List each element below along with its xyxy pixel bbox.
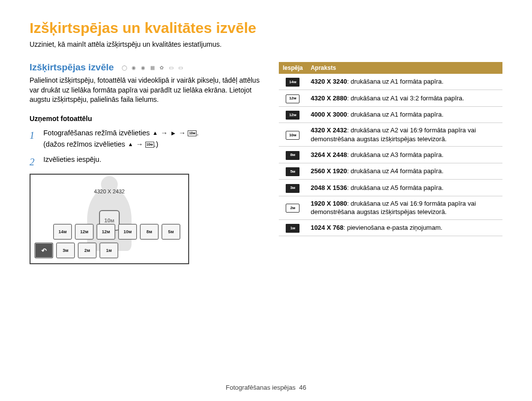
resolution-description: 4320 X 2880: drukāšana uz A1 vai 3:2 for…: [307, 90, 502, 106]
resolution-description: 1920 X 1080: drukāšana uz A5 vai 16:9 fo…: [307, 196, 502, 219]
step-number: 1: [30, 127, 38, 150]
resolution-description: 4000 X 3000: drukāšana uz A1 formāta pap…: [307, 106, 502, 123]
lcd-option-row-1: 14м 12м 12м 10м 8м 5м: [34, 224, 184, 240]
resolution-badge-icon: 5м: [286, 167, 299, 176]
resolution-description: 4320 X 3240: drukāšana uz A1 formāta pap…: [307, 74, 502, 90]
step-text: Fotografēšanas režīmā izvēlieties: [43, 129, 150, 137]
footer-text: Fotografēšanas iespējas: [226, 384, 296, 391]
lcd-option-row-2: ↶ 3м 2м 1м: [34, 243, 184, 258]
table-row: 5м2560 X 1920: drukāšana uz A4 formāta p…: [279, 163, 502, 179]
resolution-badge-icon: 3м: [286, 184, 299, 193]
lcd-option[interactable]: 12м: [97, 224, 115, 240]
lcd-option[interactable]: 5м: [162, 224, 180, 240]
mode-icon: ▭: [177, 64, 184, 71]
lcd-option[interactable]: 3м: [56, 243, 75, 258]
resolution-description: 3264 X 2448: drukāšana uz A3 formāta pap…: [307, 147, 502, 163]
resolution-badge-cell: 14м: [279, 74, 307, 90]
page-footer: Fotografēšanas iespējas 46: [0, 384, 532, 391]
lcd-option[interactable]: 12м: [75, 224, 94, 240]
resolution-badge-cell: 3м: [279, 180, 307, 196]
step-2: 2 Izvēlieties iespēju.: [30, 154, 261, 170]
resolution-description: 1024 X 768: pievienošana e-pasta ziņojum…: [307, 219, 502, 236]
step-number: 2: [30, 154, 38, 170]
up-icon: [127, 141, 134, 148]
table-header-description: Apraksts: [307, 62, 502, 74]
resolution-badge-cell: 8м: [279, 147, 307, 163]
resolution-badge-cell: 2м: [279, 196, 307, 219]
lcd-option[interactable]: 10м: [118, 224, 137, 240]
page-title: Izšķirtspējas un kvalitātes izvēle: [30, 20, 502, 36]
resolution-description: 2560 X 1920: drukāšana uz A4 formāta pap…: [307, 163, 502, 179]
section-subheading: Uzņemot fotoattēlu: [30, 115, 261, 123]
resolution-description: 2048 X 1536: drukāšana uz A5 formāta pap…: [307, 180, 502, 196]
step-1: 1 Fotografēšanas režīmā izvēlieties → → …: [30, 127, 261, 150]
resolution-badge-icon: 2м: [286, 204, 299, 213]
resolution-badge-cell: 12м: [279, 106, 307, 123]
lcd-back-button[interactable]: ↶: [34, 243, 53, 258]
resolution-badge-cell: 10м: [279, 123, 307, 147]
mode-icon: ◉: [139, 64, 146, 71]
resolution-badge-icon: 14м: [286, 78, 299, 87]
resolution-badge-icon: 10м: [286, 131, 299, 140]
lcd-option[interactable]: 1м: [100, 243, 118, 258]
resolution-badge-icon: 1м: [286, 224, 299, 233]
table-row: 8м3264 X 2448: drukāšana uz A3 formāta p…: [279, 147, 502, 163]
mode-icon: ◯: [121, 64, 128, 71]
mode-icon: ▦: [149, 64, 156, 71]
table-row: 10м4320 X 2432: drukāšana uz A2 vai 16:9…: [279, 123, 502, 147]
table-row: 3м2048 X 1536: drukāšana uz A5 formāta p…: [279, 180, 502, 196]
page-subtitle: Uzziniet, kā mainīt attēla izšķirtspēju …: [30, 40, 502, 48]
resolution-box-icon: 10м: [188, 130, 197, 136]
mode-icon: ▭: [167, 64, 174, 71]
table-header-option: Iespēja: [279, 62, 307, 74]
resolution-badge-cell: 12м: [279, 90, 307, 106]
resolution-badge-icon: 12м: [286, 94, 299, 103]
step-text-alt: (dažos režīmos izvēlieties: [43, 140, 125, 148]
table-row: 14м4320 X 3240: drukāšana uz A1 formāta …: [279, 74, 502, 90]
step-text: Izvēlieties iespēju.: [43, 154, 261, 170]
mode-icons-row: ◯ ◉ ◉ ▦ ✿ ▭ ▭: [121, 64, 184, 71]
resolution-badge-cell: 5м: [279, 163, 307, 179]
table-row: 12м4320 X 2880: drukāšana uz A1 vai 3:2 …: [279, 90, 502, 106]
lcd-option[interactable]: 14м: [53, 224, 72, 240]
lcd-option[interactable]: 2м: [78, 243, 97, 258]
table-row: 2м1920 X 1080: drukāšana uz A5 vai 16:9 …: [279, 196, 502, 219]
lcd-resolution-label: 4320 X 2432: [94, 188, 125, 194]
up-icon: [152, 130, 159, 137]
resolution-badge-icon: 12м: [286, 111, 299, 120]
table-row: 1м1024 X 768: pievienošana e-pasta ziņoj…: [279, 219, 502, 236]
footer-page-number: 46: [299, 384, 306, 391]
resolution-badge-cell: 1м: [279, 219, 307, 236]
section-heading: Izšķirtspējas izvēle: [30, 62, 114, 73]
resolution-description: 4320 X 2432: drukāšana uz A2 vai 16:9 fo…: [307, 123, 502, 147]
resolution-box-icon: 10м: [145, 142, 154, 148]
table-row: 12м4000 X 3000: drukāšana uz A1 formāta …: [279, 106, 502, 123]
mode-icon: ✿: [158, 64, 165, 71]
camera-screenshot: 4320 X 2432 10м 14м 12м 12м 10м 8м 5м ↶ …: [30, 174, 189, 264]
lcd-option[interactable]: 8м: [140, 224, 159, 240]
mode-icon: ◉: [130, 64, 137, 71]
right-icon: [170, 130, 177, 137]
resolution-table: Iespēja Apraksts 14м4320 X 3240: drukāša…: [279, 62, 502, 236]
section-paragraph: Palielinot izšķirtspēju, fotoattēlā vai …: [30, 76, 261, 105]
resolution-badge-icon: 8м: [286, 151, 299, 160]
